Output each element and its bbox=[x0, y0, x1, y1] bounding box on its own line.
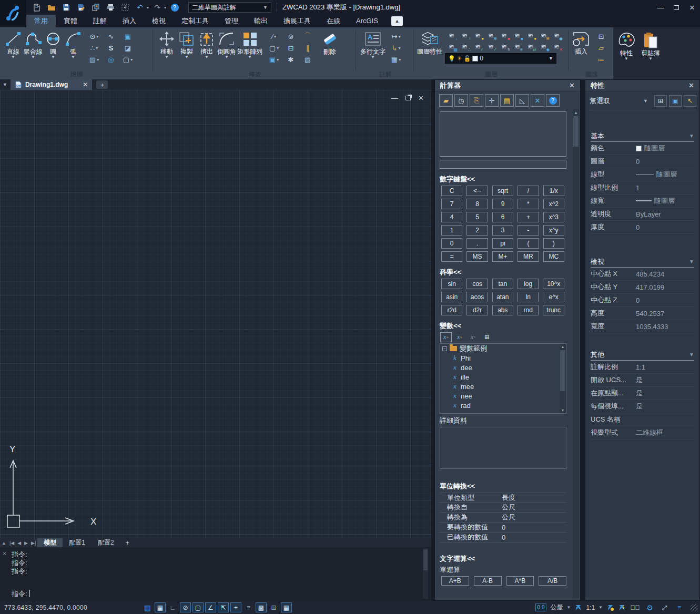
circle-caret-icon[interactable]: ▼ bbox=[51, 55, 55, 59]
layer-sun-icon[interactable]: ☀ bbox=[457, 55, 462, 62]
layer-states-icon[interactable]: ≋▦ bbox=[445, 41, 458, 52]
layout-first-icon[interactable]: |◀ bbox=[9, 540, 14, 546]
layer-match-icon[interactable]: ≋✓ bbox=[471, 41, 484, 52]
polyline-caret-icon[interactable]: ▼ bbox=[31, 55, 35, 59]
hatch-edit-icon[interactable]: ▨ bbox=[300, 54, 316, 65]
key-memory-clear[interactable]: MC bbox=[543, 251, 564, 262]
key-6[interactable]: 6 bbox=[492, 212, 513, 222]
prop-row-ucs-per-viewport[interactable]: 每個視埠... 是 bbox=[591, 400, 694, 413]
grid-display-icon[interactable]: ▦ bbox=[142, 602, 153, 612]
revision-cloud-icon[interactable]: ▢▾ bbox=[120, 54, 136, 65]
layer-visibility-icon[interactable]: ≋◉ bbox=[550, 30, 563, 41]
tab-online[interactable]: 在線 bbox=[319, 15, 348, 27]
edit-variable-icon[interactable]: x+ bbox=[454, 332, 465, 342]
key-memory-store[interactable]: MS bbox=[466, 251, 488, 262]
prop-row-layer[interactable]: 圖層 0 bbox=[591, 155, 694, 168]
move-button[interactable]: 移動 ▼ bbox=[157, 29, 177, 60]
paste-to-commandline-icon[interactable]: ⎘ bbox=[470, 94, 483, 107]
mtext-caret-icon[interactable]: ▼ bbox=[371, 55, 375, 59]
delete-variable-icon[interactable]: x× bbox=[468, 332, 479, 342]
variable-row[interactable]: x vee bbox=[440, 410, 566, 414]
calculator-input[interactable] bbox=[440, 160, 566, 169]
dimension-icon[interactable]: ↦▾ bbox=[388, 31, 404, 42]
variable-row[interactable]: x nee bbox=[440, 391, 566, 401]
properties-caret-icon[interactable]: ▼ bbox=[624, 57, 628, 61]
unit-row-value[interactable]: 長度 bbox=[502, 493, 566, 503]
circle-button[interactable]: 圓 ▼ bbox=[43, 29, 63, 60]
key-2[interactable]: 2 bbox=[466, 225, 488, 236]
tab-annotate[interactable]: 註解 bbox=[85, 15, 115, 27]
help-icon[interactable]: ? bbox=[168, 2, 181, 13]
key-equals[interactable]: = bbox=[441, 251, 462, 262]
units-label[interactable]: 公釐 bbox=[550, 603, 563, 612]
line-button[interactable]: 直線 ▼ bbox=[3, 29, 23, 60]
key-power[interactable]: x^y bbox=[543, 225, 564, 236]
properties-palette-button[interactable]: 特性 ▼ bbox=[616, 30, 636, 62]
document-tab[interactable]: DWG Drawing1.dwg ✕ bbox=[11, 79, 92, 90]
lineweight-icon[interactable]: ≡ bbox=[243, 602, 254, 612]
erase-button[interactable]: 刪除 bbox=[320, 29, 340, 56]
key-sqrt[interactable]: sqrt bbox=[492, 186, 513, 196]
variable-row[interactable]: k Phi bbox=[440, 353, 566, 363]
key-cube[interactable]: x^3 bbox=[543, 212, 564, 222]
key-sin[interactable]: sin bbox=[441, 279, 462, 289]
key-reciprocal[interactable]: 1/x bbox=[543, 186, 564, 196]
prop-row-ucs-name[interactable]: UCS 名稱 bbox=[591, 413, 694, 426]
key-rnd[interactable]: rnd bbox=[518, 305, 539, 315]
variable-row[interactable]: x ille bbox=[440, 372, 566, 382]
maximize-button[interactable] bbox=[668, 0, 684, 15]
variable-row[interactable]: x rad bbox=[440, 401, 566, 410]
toggle-pickadd-icon[interactable]: ▣ bbox=[669, 95, 682, 107]
key-divide[interactable]: / bbox=[518, 186, 539, 196]
save-icon[interactable] bbox=[60, 2, 73, 13]
layer-unisolate-icon[interactable]: ≋⇄ bbox=[524, 41, 537, 52]
key-decimal[interactable]: . bbox=[466, 238, 488, 249]
selection-dropdown[interactable]: 無選取 ▼ bbox=[590, 96, 652, 106]
annotation-scale-caret-icon[interactable]: ▼ bbox=[598, 605, 603, 610]
layer-isolate-icon[interactable]: ≋✳ bbox=[511, 41, 524, 52]
layer-off-icon[interactable]: ≋● bbox=[471, 30, 484, 41]
selection-cycling-icon[interactable]: ↖⃝ bbox=[630, 602, 641, 612]
tab-output[interactable]: 輸出 bbox=[246, 15, 276, 27]
open-folder-icon[interactable] bbox=[45, 2, 58, 13]
prop-row-thickness[interactable]: 厚度 0 bbox=[591, 221, 694, 234]
units-caret-icon[interactable]: ▼ bbox=[566, 605, 571, 610]
redo-icon[interactable]: ↷ bbox=[151, 2, 164, 13]
block-attribute-icon[interactable]: ≔ bbox=[593, 54, 609, 65]
clear-display-icon[interactable]: ▰ bbox=[439, 94, 453, 107]
key-clear[interactable]: C bbox=[441, 186, 462, 196]
mtext-button[interactable]: A 多行文字 ▼ bbox=[360, 29, 386, 60]
offset-icon[interactable]: ⊚ bbox=[283, 31, 299, 42]
layer-delete-icon[interactable]: ≋✕ bbox=[550, 41, 563, 52]
layer-copy-icon[interactable]: ≋◆ bbox=[537, 41, 550, 52]
tab-insert[interactable]: 插入 bbox=[115, 15, 144, 27]
layer-bulb-icon[interactable]: 💡 bbox=[448, 55, 455, 62]
undo-caret-icon[interactable]: ▾ bbox=[147, 5, 149, 10]
stretch-icon[interactable]: ▣▾ bbox=[266, 54, 282, 65]
tab-custom-tools[interactable]: 定制工具 bbox=[174, 15, 217, 27]
prop-row-visual-style[interactable]: 視覺型式 二維線框 bbox=[591, 426, 694, 439]
explode-icon[interactable]: ✱ bbox=[283, 54, 299, 65]
key-tan[interactable]: tan bbox=[492, 279, 513, 289]
unit-row-value[interactable]: 0 bbox=[502, 524, 566, 531]
customize-menu-icon[interactable]: ≡ bbox=[674, 602, 685, 612]
point-style-icon[interactable]: ∴▾ bbox=[86, 43, 102, 53]
key-square[interactable]: x^2 bbox=[543, 199, 564, 209]
command-line-panel[interactable]: ✕ 指令: 指令: 指令: 指令: bbox=[0, 547, 431, 601]
calculator-close-icon[interactable]: ✕ bbox=[569, 81, 575, 89]
document-tab-close-icon[interactable]: ✕ bbox=[83, 81, 88, 88]
key-3[interactable]: 3 bbox=[492, 225, 513, 236]
collapse-icon[interactable]: − bbox=[442, 346, 447, 351]
key-7[interactable]: 7 bbox=[441, 199, 462, 209]
key-4[interactable]: 4 bbox=[441, 212, 462, 222]
section-other-caret-icon[interactable]: ▼ bbox=[689, 352, 694, 357]
select-objects-icon[interactable]: ↖ bbox=[684, 95, 696, 107]
copy-object-button[interactable]: 複製 ▼ bbox=[177, 29, 197, 60]
add-layout-button[interactable]: + bbox=[120, 539, 135, 547]
key-cos[interactable]: cos bbox=[466, 279, 488, 289]
layout-next-icon[interactable]: ▶ bbox=[24, 540, 28, 546]
scroll-down-icon[interactable]: ▼ bbox=[560, 407, 566, 413]
prop-row-color[interactable]: 顏色 隨圖層 bbox=[591, 142, 694, 155]
measure-angle-icon[interactable]: ◺ bbox=[515, 94, 529, 107]
layer-on-icon[interactable]: ≋● bbox=[524, 30, 537, 41]
